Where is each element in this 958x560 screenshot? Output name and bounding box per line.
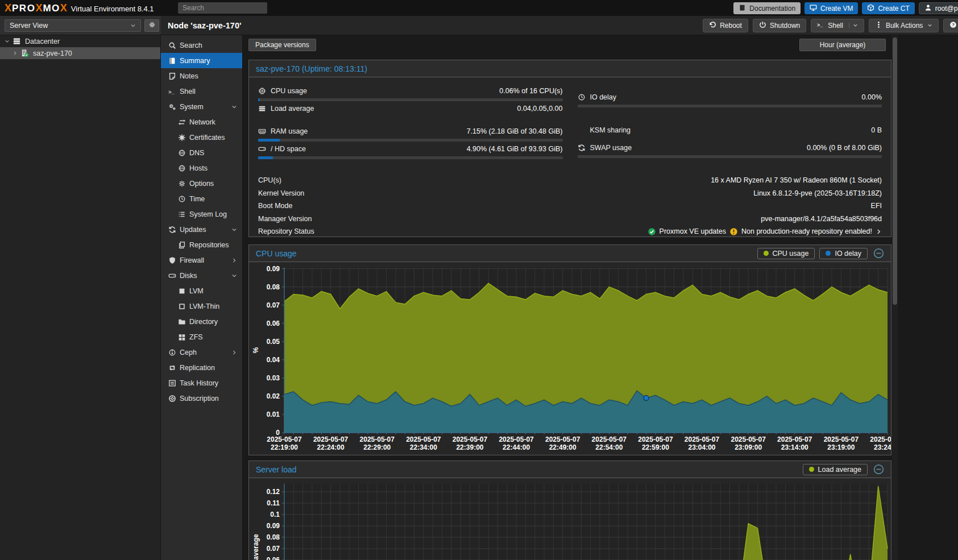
sidebar-item-updates[interactable]: Updates: [161, 222, 242, 237]
create-vm-button[interactable]: Create VM: [804, 2, 858, 14]
sidebar-item-ceph[interactable]: Ceph: [161, 345, 242, 360]
load-chart[interactable]: 00.010.020.030.040.050.060.070.080.090.1…: [249, 478, 891, 560]
global-search-input[interactable]: [178, 2, 267, 14]
undo-zoom-icon[interactable]: [873, 248, 884, 259]
sidebar-item-subscription[interactable]: Subscription: [161, 391, 242, 406]
tree-item-datacenter[interactable]: Datacenter: [0, 35, 160, 47]
info-manager-version-value: pve-manager/8.4.1/2a5fa54a8503f96d: [761, 215, 882, 223]
stat-io-delay-value: 0.00%: [862, 93, 882, 101]
cpu-panel-header: CPU usage CPU usage IO delay: [249, 245, 891, 262]
sidebar-item-time[interactable]: Time: [161, 191, 242, 206]
sidebar-item-hosts[interactable]: Hosts: [161, 160, 242, 176]
sidebar-item-lvm-thin[interactable]: LVM-Thin: [161, 298, 242, 314]
sidebar-item-directory[interactable]: Directory: [161, 314, 242, 329]
th-icon: [178, 333, 189, 341]
sidebar-item-task-history[interactable]: Task History: [161, 375, 242, 391]
help-button[interactable]: ? Help: [943, 19, 958, 32]
stat-cpu-usage-value: 0.06% of 16 CPU(s): [499, 87, 562, 95]
cpu-icon: [258, 87, 271, 95]
load-chart-legend: Load average: [803, 464, 884, 475]
square-o-icon: [178, 302, 189, 310]
copy-icon: [178, 241, 189, 249]
sidebar-item-lvm[interactable]: LVM: [161, 283, 242, 298]
create-ct-button[interactable]: Create CT: [862, 2, 914, 14]
root-pam-button[interactable]: root@pam: [919, 2, 958, 14]
svg-text:2025-05-0722:29:00: 2025-05-0722:29:00: [360, 435, 395, 451]
load-chart-title: Server load: [256, 465, 297, 474]
power-icon: [759, 21, 766, 30]
tree-item-saz-pve-170[interactable]: saz-pve-170: [0, 47, 160, 59]
svg-text:2025-05-0722:39:00: 2025-05-0722:39:00: [453, 435, 488, 451]
server-icon: [13, 37, 23, 45]
chevron-down-icon: [927, 23, 932, 28]
sidebar-item-notes[interactable]: Notes: [161, 68, 242, 84]
legend-cpu-usage[interactable]: CPU usage: [757, 248, 815, 259]
chevron-right-icon[interactable]: [876, 229, 882, 235]
refresh-icon: [578, 144, 590, 152]
hdd-icon: [168, 272, 180, 280]
info-manager-version: Manager Version pve-manager/8.4.1/2a5fa5…: [258, 213, 882, 226]
legend-load-average[interactable]: Load average: [803, 464, 868, 475]
sidebar-item-dns[interactable]: DNS: [161, 145, 242, 160]
bulk-actions-button[interactable]: Bulk Actions: [869, 19, 939, 32]
chevron-down-icon: [231, 104, 237, 110]
summary-title: saz-pve-170 (Uptime: 08:13:11): [256, 64, 367, 73]
stat-swap-usage: SWAP usage 0.00% (0 B of 8.00 GiB): [578, 142, 882, 154]
sidebar-item-firewall[interactable]: Firewall: [161, 252, 242, 268]
expander-right-icon[interactable]: [13, 51, 20, 56]
sidebar-item-options[interactable]: Options: [161, 176, 242, 191]
sidebar-item-summary[interactable]: Summary: [161, 53, 242, 68]
svg-text:0.07: 0.07: [267, 545, 280, 553]
svg-text:2025-05-0722:49:00: 2025-05-0722:49:00: [545, 435, 580, 451]
chevron-right-icon: [231, 350, 237, 355]
server-view-select[interactable]: Server View: [5, 19, 141, 32]
sidebar-item-repositories[interactable]: Repositories: [161, 237, 242, 252]
sidebar-item-certificates[interactable]: Certificates: [161, 130, 242, 145]
time-range-selector[interactable]: Hour (average): [799, 39, 886, 51]
scrollbar-thumb[interactable]: [893, 38, 897, 305]
reboot-button[interactable]: Reboot: [703, 19, 748, 32]
tree-settings-button[interactable]: [144, 19, 159, 32]
svg-text:2025-05-0722:59:00: 2025-05-0722:59:00: [638, 435, 673, 451]
svg-text:2025-05-0722:44:00: 2025-05-0722:44:00: [499, 435, 534, 451]
layers-icon: [258, 105, 271, 113]
version-text: Virtual Environment 8.4.1: [71, 5, 154, 13]
stat-ksm-sharing-value: 0 B: [871, 126, 882, 134]
sidebar-item-zfs[interactable]: ZFS: [161, 329, 242, 345]
sidebar-item-search[interactable]: Search: [161, 38, 242, 53]
ceph-icon: [168, 349, 180, 356]
display-icon: [810, 4, 817, 13]
terminal-icon: >_: [817, 21, 824, 30]
info-repository-status-value: Proxmox VE updates Non production-ready …: [648, 227, 882, 236]
proxmox-app: XPROXMOXVirtual Environment 8.4.1 Docume…: [0, 0, 958, 560]
server-view-label: Server View: [10, 22, 48, 30]
info-kernel-version: Kernel Version Linux 6.8.12-9-pve (2025-…: [258, 187, 882, 200]
sidebar-item-system[interactable]: System: [161, 99, 242, 114]
svg-text:2025-05-0722:34:00: 2025-05-0722:34:00: [406, 435, 441, 451]
progress-ram-usage: [258, 139, 563, 142]
shell-button[interactable]: >_ Shell: [811, 19, 864, 32]
resource-tree: Datacenter saz-pve-170: [0, 35, 161, 560]
package-versions-button[interactable]: Package versions: [248, 39, 316, 51]
svg-text:0.08: 0.08: [267, 533, 280, 541]
shutdown-button[interactable]: Shutdown: [753, 19, 806, 32]
sidebar-item-replication[interactable]: Replication: [161, 360, 242, 375]
stat-load-average-value: 0.04,0.05,0.00: [517, 105, 563, 113]
documentation-button[interactable]: Documentation: [733, 2, 801, 14]
sidebar-item-disks[interactable]: Disks: [161, 268, 242, 283]
content-scrollbar[interactable]: [892, 35, 898, 560]
sidebar-item-shell[interactable]: >_ Shell: [161, 84, 242, 99]
split-caret[interactable]: [849, 23, 858, 28]
cpu-chart[interactable]: 00.010.020.030.040.050.060.070.080.09202…: [249, 262, 891, 457]
undo-zoom-icon[interactable]: [873, 464, 884, 475]
shield-icon: [168, 256, 180, 264]
info-cpu-s: CPU(s) 16 x AMD Ryzen AI 7 350 w/ Radeon…: [258, 174, 882, 187]
cpu-chart-legend: CPU usage IO delay: [757, 248, 885, 259]
expander-down-icon[interactable]: [5, 39, 13, 44]
support-icon: [168, 395, 180, 403]
load-legend-buttons: Load average: [803, 464, 868, 475]
sidebar-item-system-log[interactable]: System Log: [161, 206, 242, 222]
legend-io-delay[interactable]: IO delay: [819, 248, 868, 259]
sidebar-item-network[interactable]: Network: [161, 114, 242, 130]
info-kernel-version-value: Linux 6.8.12-9-pve (2025-03-16T19:18Z): [753, 189, 882, 197]
